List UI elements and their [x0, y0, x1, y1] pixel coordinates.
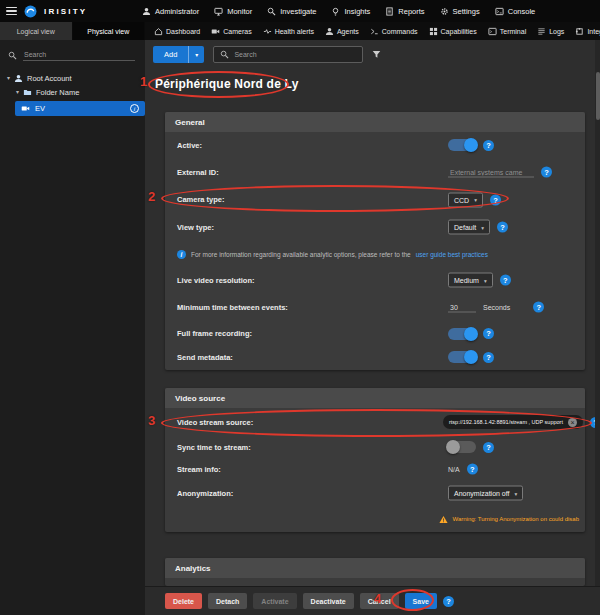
person-icon	[325, 27, 334, 36]
account-icon	[14, 74, 23, 83]
subnav-capabilities[interactable]: Capabilities	[429, 27, 477, 36]
subnav-label: Commands	[382, 28, 418, 35]
brand-name: IRISITY	[44, 7, 87, 16]
activate-button[interactable]: Activate	[253, 593, 296, 609]
help-icon[interactable]: ?	[490, 194, 501, 205]
video-source-heading: Video source	[165, 388, 585, 408]
deactivate-button[interactable]: Deactivate	[303, 593, 354, 609]
help-icon[interactable]: ?	[497, 222, 508, 233]
external-id-label: External ID:	[165, 168, 219, 177]
full-frame-label: Full frame recording:	[165, 329, 252, 338]
nav-administrator[interactable]: Administrator	[142, 7, 199, 16]
toolbar-search-input[interactable]	[234, 51, 356, 58]
search-icon	[267, 7, 276, 16]
help-icon[interactable]: ?	[443, 596, 454, 607]
add-button-label: Add	[153, 46, 188, 63]
subnav-commands[interactable]: Commands	[370, 27, 418, 36]
help-icon[interactable]: ?	[483, 442, 494, 453]
nav-label: Administrator	[155, 7, 199, 16]
tab-logical-view[interactable]: Logical view	[0, 22, 73, 40]
help-icon[interactable]: ?	[483, 140, 494, 151]
help-icon[interactable]: ?	[467, 464, 478, 475]
subnav-terminal[interactable]: Terminal	[488, 27, 526, 36]
send-metadata-toggle[interactable]	[448, 351, 476, 363]
nav-reports[interactable]: Reports	[385, 7, 424, 16]
min-time-input[interactable]	[448, 302, 476, 312]
nav-insights[interactable]: Insights	[331, 7, 370, 16]
view-type-select[interactable]: Default ▾	[448, 220, 490, 235]
nav-settings[interactable]: Settings	[440, 7, 480, 16]
help-icon[interactable]: ?	[533, 302, 544, 313]
scrollbar-thumb[interactable]	[596, 72, 600, 120]
info-icon[interactable]: i	[130, 104, 139, 113]
general-heading: General	[165, 112, 585, 132]
subnav-label: Logs	[549, 28, 564, 35]
help-icon[interactable]: ?	[541, 167, 552, 178]
sync-time-label: Sync time to stream:	[165, 443, 251, 452]
stream-source-input[interactable]: rtsp://192.168.1.42:8891/stream , UDP su…	[443, 415, 583, 429]
live-resolution-select[interactable]: Medium ▾	[448, 273, 493, 288]
subnav-logs[interactable]: Logs	[537, 27, 564, 36]
brand-area: IRISITY	[0, 5, 142, 18]
nav-console[interactable]: Console	[495, 7, 536, 16]
save-button[interactable]: Save	[405, 593, 437, 609]
page-title: Périphérique Nord de Ly	[155, 77, 299, 91]
chevron-down-icon[interactable]: ▾	[7, 75, 10, 81]
tab-physical-view[interactable]: Physical view	[73, 22, 146, 40]
sidebar-search	[0, 40, 145, 61]
sync-time-toggle[interactable]	[448, 441, 476, 453]
doc-lines-icon	[537, 27, 546, 36]
help-icon[interactable]: ?	[483, 328, 494, 339]
filter-icon[interactable]	[372, 50, 381, 59]
home-icon	[154, 27, 163, 36]
anonymization-select[interactable]: Anonymization off ▾	[448, 486, 523, 501]
nav-label: Investigate	[280, 7, 316, 16]
nav-label: Reports	[398, 7, 424, 16]
full-frame-toggle[interactable]	[448, 328, 476, 340]
tree-item-root-account[interactable]: ▾ Root Account	[0, 71, 145, 85]
subnav-integrations[interactable]: Integrations	[575, 27, 600, 36]
monitor-icon	[214, 7, 223, 16]
subnav-label: Health alerts	[275, 28, 314, 35]
detach-button[interactable]: Detach	[208, 593, 247, 609]
camera-type-select[interactable]: CCD ▾	[448, 192, 483, 207]
info-note: i For more information regarding availab…	[165, 250, 488, 259]
chevron-down-icon[interactable]: ▾	[189, 46, 204, 63]
scrollbar-track[interactable]	[595, 40, 600, 586]
subnav-agents[interactable]: Agents	[325, 27, 359, 36]
help-icon[interactable]: ?	[483, 352, 494, 363]
subnav-label: Integrations	[587, 28, 600, 35]
external-id-input[interactable]	[448, 167, 534, 177]
nav-monitor[interactable]: Monitor	[214, 7, 252, 16]
camera-type-value: CCD	[454, 196, 469, 203]
nav-investigate[interactable]: Investigate	[267, 7, 316, 16]
tab-label: Logical view	[17, 28, 55, 35]
pulse-icon	[263, 27, 272, 36]
sidebar-search-input[interactable]	[23, 49, 135, 61]
tree-item-camera-selected[interactable]: EV i	[15, 101, 145, 116]
add-button[interactable]: Add ▾	[153, 46, 204, 63]
toggle-knob	[464, 350, 478, 364]
chevron-down-icon: ▾	[481, 224, 484, 230]
help-icon[interactable]: ?	[500, 275, 511, 286]
subnav-cameras[interactable]: Cameras	[211, 27, 251, 36]
active-toggle[interactable]	[448, 139, 476, 151]
tree-item-folder[interactable]: ▾ Folder Name	[0, 85, 145, 99]
view-type-label: View type:	[165, 223, 214, 232]
stream-info-label: Stream info:	[165, 465, 221, 474]
user-guide-link[interactable]: user guide best practices	[416, 251, 488, 258]
stream-source-value: rtsp://192.168.1.42:8891/stream , UDP su…	[449, 419, 563, 425]
camera-icon	[21, 104, 30, 113]
menu-icon[interactable]	[6, 7, 17, 15]
send-metadata-label: Send metadata:	[165, 353, 233, 362]
delete-button[interactable]: Delete	[165, 593, 202, 609]
chevron-down-icon[interactable]: ▾	[16, 89, 19, 95]
report-icon	[385, 7, 394, 16]
subnav-health-alerts[interactable]: Health alerts	[263, 27, 314, 36]
cancel-button[interactable]: Cancel	[360, 593, 399, 609]
main-content: Add ▾ Périphérique Nord de Ly General Ac…	[145, 40, 600, 586]
chevron-down-icon: ▾	[515, 490, 518, 496]
info-note-row: i For more information regarding availab…	[165, 241, 585, 267]
subnav-dashboard[interactable]: Dashboard	[154, 27, 200, 36]
clear-icon[interactable]: ×	[568, 418, 577, 427]
